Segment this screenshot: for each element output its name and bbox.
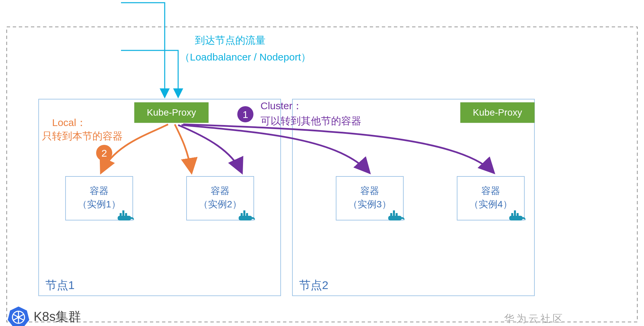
cluster-arrow-c4	[183, 124, 494, 173]
local-title: Local：	[52, 117, 86, 128]
container-3: 容器 （实例3）	[336, 176, 404, 220]
cluster-arrow-c2	[178, 125, 242, 173]
kube-proxy-node2-label: Kube-Proxy	[473, 107, 522, 118]
local-arrow-c2	[175, 124, 192, 173]
kube-proxy-node1-label: Kube-Proxy	[147, 107, 196, 118]
container-2-title: 容器	[211, 186, 230, 196]
container-1-instance: （实例1）	[78, 199, 121, 209]
diagram-canvas: 到达节点的流量 （Loadbalancer / Nodeport） 节点1 节点…	[0, 0, 644, 326]
watermark: 华为云社区	[504, 313, 565, 324]
container-3-title: 容器	[360, 186, 379, 196]
badge-2-text: 2	[102, 148, 107, 159]
container-4-title: 容器	[481, 186, 500, 196]
traffic-label-line2: （Loadbalancer / Nodeport）	[180, 51, 311, 63]
badge-1-text: 1	[243, 109, 248, 120]
cluster-boundary	[7, 27, 637, 322]
traffic-label-line1: 到达节点的流量	[195, 35, 266, 46]
cluster-title: Cluster：	[260, 100, 303, 111]
container-2-instance: （实例2）	[199, 199, 242, 209]
container-3-instance: （实例3）	[348, 199, 391, 209]
container-1: 容器 （实例1）	[66, 176, 134, 220]
container-4-instance: （实例4）	[469, 199, 512, 209]
node1-label: 节点1	[45, 279, 75, 291]
kubernetes-icon	[8, 307, 29, 326]
local-desc: 只转到本节的容器	[42, 130, 123, 141]
traffic-line-2	[121, 50, 178, 97]
node2-label: 节点2	[299, 279, 328, 291]
container-1-title: 容器	[90, 186, 109, 196]
cluster-desc: 可以转到其他节的容器	[260, 115, 361, 126]
container-2: 容器 （实例2）	[187, 176, 255, 220]
cluster-label: K8s集群	[34, 310, 81, 324]
container-4: 容器 （实例4）	[457, 176, 525, 220]
